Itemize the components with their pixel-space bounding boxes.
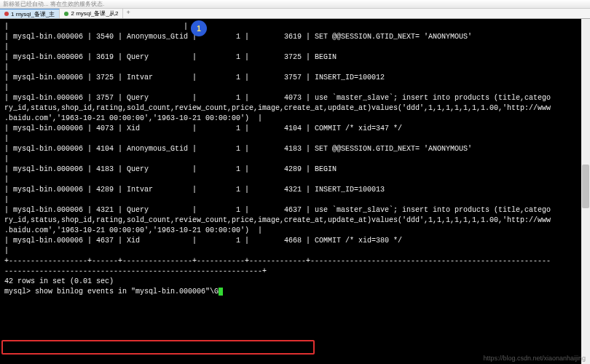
terminal-line: 42 rows in set (0.01 sec) <box>4 277 586 287</box>
watermark-text: https://blog.csdn.net/xiaonanhaijing <box>483 355 586 362</box>
window-title-bar: 新标签已经自动... 将在生效的服务状态. <box>0 0 590 9</box>
terminal-line: .baidu.com','1963-10-21 00:00:00','1963-… <box>4 226 586 236</box>
terminal-line: | | <box>4 22 586 32</box>
terminal-line: | mysql-bin.000006 | 4073 | Xid | 1 | 41… <box>4 124 586 134</box>
terminal-line: | mysql-bin.000006 | 4183 | Query | 1 | … <box>4 165 586 175</box>
window-title-text: 新标签已经自动... 将在生效的服务状态. <box>3 1 104 7</box>
cursor-icon <box>219 288 223 296</box>
terminal-line: | <box>4 195 586 205</box>
terminal-line: .baidu.com','1963-10-21 00:00:00','1963-… <box>4 114 586 124</box>
status-dot-icon <box>4 12 9 16</box>
terminal-line: | mysql-bin.000006 | 4104 | Anonymous_Gt… <box>4 144 586 154</box>
terminal-line: | mysql-bin.000006 | 3757 | Query | 1 | … <box>4 93 586 103</box>
terminal-line: | <box>4 63 586 73</box>
terminal-line: ----------------------------------------… <box>4 266 586 277</box>
terminal-line: | <box>4 246 586 256</box>
annotation-badge: 1 <box>191 20 207 36</box>
terminal-line: +------------------+------+-------------… <box>4 256 586 266</box>
terminal-line: | <box>4 175 586 185</box>
terminal-line: | <box>4 42 586 52</box>
terminal-line: | mysql-bin.000006 | 3540 | Anonymous_Gt… <box>4 32 586 42</box>
terminal-line: | mysql-bin.000006 | 4321 | Query | 1 | … <box>4 205 586 215</box>
annotation-badge-label: 1 <box>197 25 201 33</box>
tab-strip: 1 mysql_备课_主 2 mysql_备课_从2 + <box>0 9 590 19</box>
terminal-line: mysql> show binlog events in "mysql-bin.… <box>4 287 586 297</box>
terminal-line: ry_id,status,shop_id,rating,sold_count,r… <box>4 103 586 114</box>
terminal-line: | <box>4 134 586 144</box>
terminal-line: | <box>4 83 586 93</box>
tab-label: 2 mysql_备课_从2 <box>71 9 118 17</box>
terminal-line: | mysql-bin.000006 | 3725 | Intvar | 1 |… <box>4 73 586 83</box>
tab-label: 1 mysql_备课_主 <box>11 10 55 18</box>
terminal-line: | mysql-bin.000006 | 4637 | Xid | 1 | 46… <box>4 236 586 246</box>
terminal-line: ry_id,status,shop_id,rating,sold_count,r… <box>4 215 586 226</box>
terminal-line: | <box>4 154 586 165</box>
tab-mysql-master[interactable]: 1 mysql_备课_主 <box>0 9 60 18</box>
terminal-line: | mysql-bin.000006 | 3619 | Query | 1 | … <box>4 52 586 63</box>
scrollbar-thumb[interactable] <box>582 165 589 208</box>
tab-mysql-slave2[interactable]: 2 mysql_备课_从2 <box>60 9 123 18</box>
status-dot-icon <box>64 12 68 16</box>
tab-add-button[interactable]: + <box>123 9 133 18</box>
scrollbar-vertical[interactable] <box>581 19 590 364</box>
terminal-output[interactable]: | || mysql-bin.000006 | 3540 | Anonymous… <box>0 19 590 364</box>
terminal-line: | mysql-bin.000006 | 4289 | Intvar | 1 |… <box>4 185 586 195</box>
